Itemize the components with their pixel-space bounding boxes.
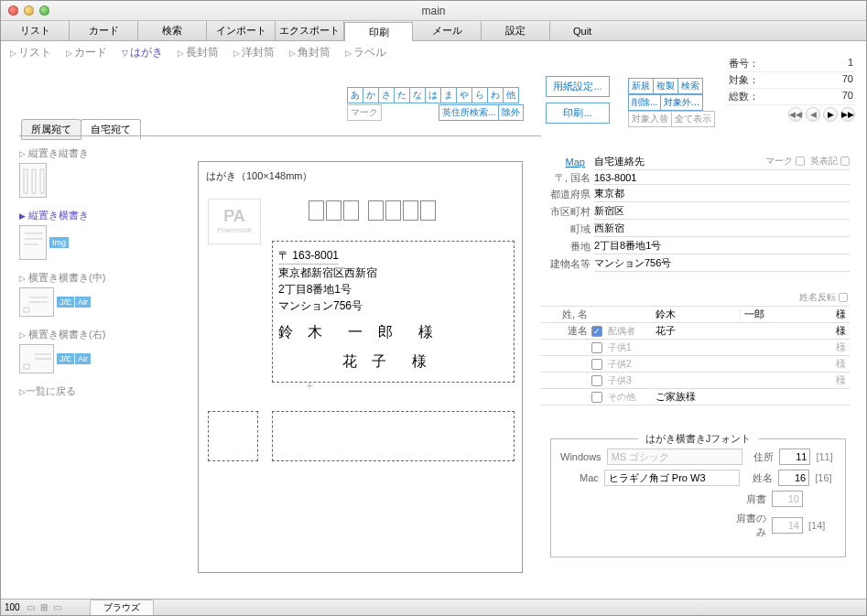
sei-field[interactable]: 鈴木 [652,308,740,321]
joint-hon-2[interactable]: 様 [827,357,850,371]
paper-setup-button[interactable]: 用紙設定... [546,76,610,97]
mark-button[interactable]: マーク [347,104,382,121]
nav-prev-icon[interactable]: ◀ [806,107,820,122]
layout-horz-mid[interactable]: ▷横置き横書き(中) [19,271,147,285]
dup-button[interactable]: 複製 [653,78,678,94]
mark-label: マーク [765,156,793,166]
kana-a[interactable]: あ [347,87,363,103]
thumb-vert-horz[interactable] [19,225,47,260]
thumb-horz-right[interactable] [19,344,54,373]
stat-target-value: 70 [842,73,853,87]
subtab-card[interactable]: ▷カード [66,45,107,60]
bldg-field[interactable]: マンション756号 [594,255,850,272]
cursor-cross-icon: + [306,376,508,395]
nav-next-icon[interactable]: ▶ [823,107,838,122]
tab-quit[interactable]: Quit [550,21,866,40]
back-to-list[interactable]: ▷一覧に戻る [19,384,147,398]
kana-ta[interactable]: た [394,87,410,103]
joint-check-1[interactable] [591,342,602,353]
joint-check-0[interactable]: ✓ [591,326,602,337]
nav-last-icon[interactable]: ▶▶ [840,107,855,122]
preview-address-box[interactable]: 〒 163-8001 東京都新宿区西新宿 2丁目8番地1号 マンション756号 … [272,241,515,383]
city-field[interactable]: 新宿区 [594,203,850,220]
map-link[interactable]: Map [566,157,585,168]
zoom-in-icon[interactable]: ⊞ [38,602,50,612]
nav-first-icon[interactable]: ◀◀ [788,107,803,122]
kana-na[interactable]: な [409,87,426,103]
subtab-list[interactable]: ▷リスト [10,45,51,60]
zoom-value[interactable]: 100 [1,602,24,612]
joint-val-0[interactable]: 花子 [652,324,827,338]
print-button[interactable]: 印刷... [546,103,610,124]
badge-air-1[interactable]: Air [75,297,91,308]
joint-check-3[interactable] [591,375,602,386]
block-field[interactable]: 2丁目8番地1号 [594,238,850,254]
tab-mail[interactable]: メール [413,21,482,40]
exclude-button[interactable]: 除外 [498,104,524,121]
badge-img[interactable]: Img [49,237,69,248]
badge-je-1[interactable]: J/E [57,297,74,308]
hon-main[interactable]: 様 [827,308,850,321]
joint-check-4[interactable] [591,392,602,403]
kana-other[interactable]: 他 [503,87,519,103]
joint-hon-1[interactable]: 様 [827,340,850,354]
subtab-naga[interactable]: ▷長封筒 [178,45,219,60]
badge-je-2[interactable]: J/E [57,353,74,364]
kana-ka[interactable]: か [363,87,379,103]
thumb-vert-vert[interactable] [19,163,47,198]
subtab-you[interactable]: ▷洋封筒 [233,45,275,60]
preview-sender-box[interactable] [208,411,258,461]
swap-target-button[interactable]: 対象入替 [628,111,672,127]
badge-air-2[interactable]: Air [75,353,91,364]
browse-tab[interactable]: ブラウズ [90,600,154,615]
joint-hon-3[interactable]: 様 [827,373,850,387]
kana-ya[interactable]: や [456,87,472,103]
kata2-size-field[interactable] [772,517,803,534]
kana-ha[interactable]: は [425,87,441,103]
exclude-target-button[interactable]: 対象外... [660,94,702,111]
kana-wa[interactable]: わ [487,87,504,103]
kana-sa[interactable]: さ [378,87,395,103]
delete-button[interactable]: 削除... [628,94,661,111]
subtab-label[interactable]: ▷ラベル [345,45,386,60]
tab-home-address[interactable]: 自宅宛て [81,119,141,140]
zip-field[interactable]: 163-8001 [594,171,850,185]
tab-list[interactable]: リスト [1,21,70,40]
town-field[interactable]: 西新宿 [594,221,850,237]
mei-field[interactable]: 一郎 [740,308,828,321]
tab-card[interactable]: カード [70,21,138,40]
ej-search-button[interactable]: 英住所検索... [439,104,499,121]
tab-print[interactable]: 印刷 [344,22,413,41]
subtab-kaku[interactable]: ▷角封筒 [289,45,331,60]
layout-horz-right[interactable]: ▷横置き横書き(右) [19,328,147,341]
eng-checkbox[interactable] [840,157,850,166]
new-button[interactable]: 新規 [628,78,654,94]
tab-office-address[interactable]: 所属宛て [21,119,81,140]
joint-hon-0[interactable]: 様 [827,324,850,338]
tab-export[interactable]: エクスポート [276,21,344,40]
mac-font-field[interactable] [604,470,740,486]
pref-field[interactable]: 東京都 [594,186,850,202]
addr-size-field[interactable] [779,448,810,465]
tab-settings[interactable]: 設定 [482,21,550,40]
layout-vert-vert[interactable]: ▷縦置き縦書き [19,146,147,160]
tab-search[interactable]: 検索 [138,21,207,40]
windows-font-field[interactable] [607,448,742,465]
zoom-fit-icon[interactable]: ▭ [50,602,64,612]
layout-vert-horz[interactable]: ▶縦置き横書き [19,209,147,222]
preview-extra-box[interactable] [272,411,515,461]
show-all-button[interactable]: 全て表示 [671,111,715,127]
tab-import[interactable]: インポート [207,21,276,40]
search-button[interactable]: 検索 [677,78,703,94]
zoom-out-icon[interactable]: ▭ [24,602,38,612]
name-flip-checkbox[interactable] [839,293,848,302]
kata-size-field[interactable] [772,491,803,507]
kana-ra[interactable]: ら [471,87,488,103]
joint-val-4[interactable]: ご家族様 [652,390,827,404]
joint-check-2[interactable] [591,359,602,370]
subtab-hagaki[interactable]: ▽はがき [122,45,163,60]
thumb-horz-mid[interactable] [19,287,54,317]
kana-ma[interactable]: ま [440,87,457,103]
name-size-field[interactable] [778,470,809,486]
mark-checkbox[interactable] [796,157,805,166]
